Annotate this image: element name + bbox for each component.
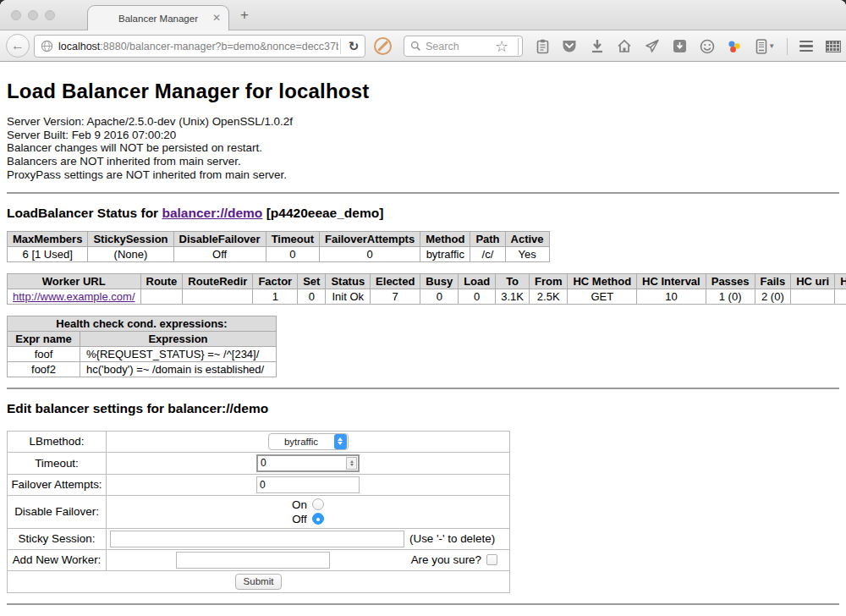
submit-row: Submit <box>8 570 510 592</box>
tab-balancer-manager[interactable]: Balancer Manager ✕ <box>87 5 229 30</box>
url-bar[interactable]: localhost:8880/balancer-manager?b=demo&n… <box>34 35 365 58</box>
zoom-window-button[interactable] <box>45 10 55 20</box>
color-dots-icon[interactable] <box>725 37 744 56</box>
send-icon[interactable] <box>643 37 662 56</box>
browser-window: Balancer Manager ✕ + ← localhost:8880/ba… <box>0 0 846 616</box>
table-row: foof2 hc('body') =~ /domain is establish… <box>8 361 277 377</box>
sticky-delete-note: (Use '-' to delete) <box>409 532 495 545</box>
tab-bar: Balancer Manager ✕ + <box>0 0 846 30</box>
tab-close-icon[interactable]: ✕ <box>212 13 221 23</box>
lbmethod-select[interactable]: bytraffic <box>268 433 349 450</box>
window-controls <box>11 10 55 20</box>
edit-settings-heading: Edit balancer settings for balancer://de… <box>7 401 839 416</box>
grid-icon[interactable] <box>824 37 843 56</box>
nav-toolbar: ← localhost:8880/balancer-manager?b=demo… <box>0 30 846 62</box>
lbmethod-label: LBmethod: <box>8 431 107 452</box>
table-row: 6 [1 Used] (None) Off 0 0 bytraffic /c/ … <box>8 246 550 261</box>
failover-attempts-input[interactable] <box>256 476 360 493</box>
download-icon[interactable] <box>588 37 607 56</box>
failover-attempts-label: Failover Attempts: <box>8 474 107 495</box>
smiley-icon[interactable] <box>698 37 717 56</box>
lbmethod-row: LBmethod: bytraffic <box>8 431 510 452</box>
url-domain: localhost <box>58 41 100 52</box>
sticky-session-input[interactable] <box>110 531 404 547</box>
menu-icon[interactable] <box>797 37 816 56</box>
disable-failover-row: Disable Failover: On Off <box>8 495 510 528</box>
server-built-line: Server Built: Feb 9 2016 07:00:20 <box>7 129 839 142</box>
persist-note-line: Balancer changes will NOT be persisted o… <box>7 141 839 155</box>
chevron-down-icon[interactable]: ▼ <box>768 42 775 50</box>
server-info: Server Version: Apache/2.5.0-dev (Unix) … <box>7 115 839 182</box>
add-worker-label: Add New Worker: <box>8 549 107 570</box>
submit-button[interactable]: Submit <box>235 574 283 590</box>
table-header-row: Expr name Expression <box>8 331 277 346</box>
url-text[interactable]: localhost:8880/balancer-manager?b=demo&n… <box>58 41 338 52</box>
divider <box>7 388 839 389</box>
table-row: http://www.example.com/ 1 0 Init Ok 7 0 … <box>8 289 846 304</box>
proxypass-note-line: ProxyPass settings are NOT inherited fro… <box>7 168 839 182</box>
toolbar-icons: ▼ <box>533 30 843 62</box>
page-title: Load Balancer Manager for localhost <box>7 62 839 103</box>
radio-on-label: On <box>292 498 307 511</box>
radio-on[interactable] <box>312 498 324 510</box>
close-window-button[interactable] <box>11 10 21 20</box>
sticky-session-label: Sticky Session: <box>8 528 107 549</box>
minimize-window-button[interactable] <box>28 10 38 20</box>
sticky-session-row: Sticky Session: (Use '-' to delete) <box>8 528 510 549</box>
number-spinner-icon[interactable] <box>346 457 357 470</box>
balancer-status-table: MaxMembers StickySession DisableFailover… <box>7 231 550 262</box>
table-row: foof %{REQUEST_STATUS} =~ /^[234]/ <box>8 346 277 361</box>
globe-icon <box>41 40 53 52</box>
are-you-sure-checkbox[interactable] <box>486 554 497 565</box>
add-worker-row: Add New Worker: Are you sure? <box>8 549 510 570</box>
clipboard-icon[interactable] <box>533 37 552 56</box>
url-path: :8880/balancer-manager?b=demo&nonce=decc… <box>100 41 338 52</box>
radio-off[interactable] <box>312 513 324 525</box>
health-check-table: Health check cond. expressions: Expr nam… <box>7 316 277 377</box>
table-header-row: Worker URL Route RouteRedir Factor Set S… <box>8 273 846 289</box>
save-to-pocket-icon[interactable] <box>670 37 689 56</box>
reload-icon[interactable]: ↻ <box>343 39 365 54</box>
tab-title: Balancer Manager <box>118 14 198 24</box>
worker-url-link[interactable]: http://www.example.com/ <box>13 290 135 303</box>
timeout-input[interactable] <box>256 454 360 472</box>
timeout-label: Timeout: <box>8 452 107 474</box>
radio-off-label: Off <box>292 513 307 525</box>
are-you-sure-label: Are you sure? <box>411 553 481 566</box>
page-content: Load Balancer Manager for localhost Serv… <box>0 62 846 615</box>
edit-balancer-form: LBmethod: bytraffic Timeout: <box>7 431 510 593</box>
timeout-row: Timeout: <box>8 452 510 474</box>
pocket-icon[interactable] <box>560 37 579 56</box>
add-worker-input[interactable] <box>176 552 330 569</box>
home-icon[interactable] <box>615 37 634 56</box>
bookmark-star-icon[interactable]: ☆ <box>495 37 508 56</box>
device-icon[interactable]: ▼ <box>753 37 778 56</box>
failover-attempts-row: Failover Attempts: <box>8 474 510 495</box>
disable-failover-label: Disable Failover: <box>8 495 107 528</box>
balancer-demo-link[interactable]: balancer://demo <box>162 206 262 220</box>
select-stepper-icon <box>334 434 347 449</box>
inherit-note-line: Balancers are NOT inherited from main se… <box>7 155 839 168</box>
divider <box>7 603 839 605</box>
table-header-row: MaxMembers StickySession DisableFailover… <box>8 231 550 246</box>
worker-status-table: Worker URL Route RouteRedir Factor Set S… <box>7 273 846 305</box>
divider <box>7 192 839 194</box>
server-version-line: Server Version: Apache/2.5.0-dev (Unix) … <box>7 115 839 129</box>
balancer-status-heading: LoadBalancer Status for balancer://demo … <box>7 206 839 221</box>
search-icon <box>410 41 421 52</box>
new-tab-button[interactable]: + <box>240 8 249 22</box>
content-blocked-icon[interactable] <box>374 37 392 55</box>
table-title-row: Health check cond. expressions: <box>8 316 277 331</box>
back-button[interactable]: ← <box>6 34 30 58</box>
